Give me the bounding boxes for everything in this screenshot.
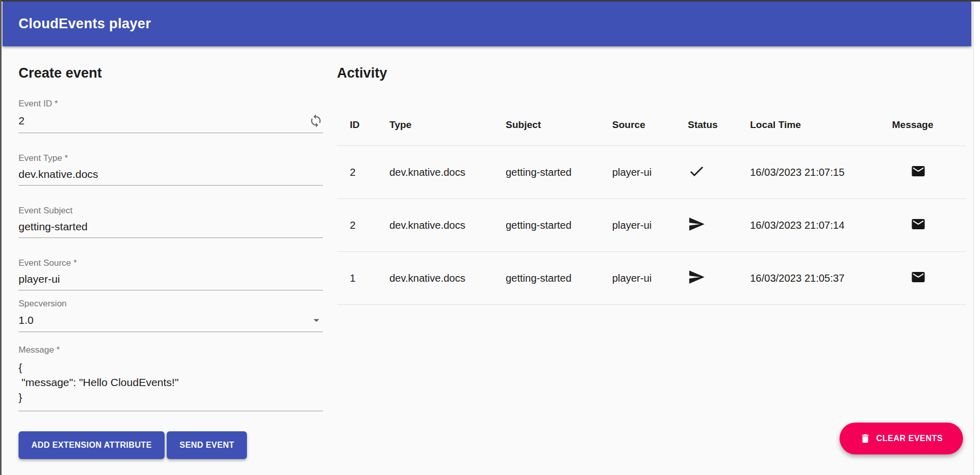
specversion-select[interactable]: 1.0 (19, 314, 323, 332)
specversion-label: Specversion (19, 299, 323, 309)
message-cell (892, 269, 966, 287)
window-edge-top (0, 0, 980, 2)
trash-icon (860, 433, 871, 444)
specversion-value: 1.0 (19, 314, 33, 326)
column-header-local-time: Local Time (750, 119, 892, 131)
column-header-status: Status (688, 119, 750, 131)
clear-events-button[interactable]: CLEAR EVENTS (840, 423, 963, 454)
create-event-panel: Create event Event ID * 2 Event Type * d… (19, 46, 323, 459)
event-subject-field: Event Subject getting-started (19, 206, 323, 238)
event-source-label: Event Source * (19, 258, 323, 268)
activity-panel: Activity ID Type Subject Source Status L… (337, 46, 966, 305)
event-id-field: Event ID * 2 (19, 99, 323, 133)
check-icon (688, 162, 705, 180)
main-content: Create event Event ID * 2 Event Type * d… (3, 46, 971, 475)
message-field: Message * { "message": "Hello CloudEvent… (19, 345, 323, 411)
message-cell (892, 216, 966, 234)
event-id-value: 2 (19, 115, 25, 127)
event-type-value: dev.knative.docs (19, 168, 98, 180)
row-type: dev.knative.docs (389, 272, 506, 284)
message-cell (892, 163, 966, 181)
event-source-value: player-ui (19, 273, 60, 285)
row-subject: getting-started (506, 220, 612, 231)
message-label: Message * (19, 345, 323, 355)
table-row[interactable]: 2 dev.knative.docs getting-started playe… (337, 199, 966, 252)
mail-icon[interactable] (911, 216, 926, 232)
row-local-time: 16/03/2023 21:07:15 (750, 167, 892, 178)
row-local-time: 16/03/2023 21:07:14 (750, 220, 892, 231)
form-actions: ADD EXTENSION ATTRIBUTE SEND EVENT (19, 431, 323, 459)
activity-table-header: ID Type Subject Source Status Local Time… (337, 99, 966, 146)
activity-heading: Activity (337, 65, 966, 81)
specversion-field: Specversion 1.0 (19, 299, 323, 332)
event-type-input[interactable]: dev.knative.docs (19, 168, 323, 186)
column-header-source: Source (612, 119, 688, 131)
status-cell (688, 268, 750, 288)
status-cell (688, 162, 750, 182)
app-title: CloudEvents player (19, 16, 151, 32)
table-row[interactable]: 1 dev.knative.docs getting-started playe… (337, 252, 966, 305)
event-id-label: Event ID * (19, 99, 323, 109)
event-subject-value: getting-started (19, 221, 87, 233)
row-source: player-ui (612, 272, 688, 284)
column-header-id: ID (337, 119, 389, 131)
event-subject-input[interactable]: getting-started (19, 221, 323, 238)
status-cell (688, 215, 750, 235)
row-id: 1 (337, 272, 389, 284)
loop-icon[interactable] (309, 114, 323, 128)
event-type-label: Event Type * (19, 153, 323, 163)
row-type: dev.knative.docs (389, 220, 506, 231)
add-extension-attribute-button[interactable]: ADD EXTENSION ATTRIBUTE (19, 431, 165, 459)
create-event-heading: Create event (19, 65, 323, 81)
event-source-field: Event Source * player-ui (19, 258, 323, 290)
send-event-button[interactable]: SEND EVENT (167, 431, 247, 459)
window-edge-left (0, 0, 2, 475)
column-header-subject: Subject (506, 119, 612, 131)
event-subject-label: Event Subject (19, 206, 323, 216)
message-textarea[interactable]: { "message": "Hello CloudEvents!" } (19, 360, 323, 411)
vertical-scrollbar[interactable] (973, 0, 980, 475)
column-header-message: Message (892, 119, 966, 131)
row-subject: getting-started (506, 272, 612, 284)
event-type-field: Event Type * dev.knative.docs (19, 153, 323, 186)
app-bar: CloudEvents player (3, 2, 971, 46)
event-source-input[interactable]: player-ui (19, 273, 323, 290)
row-type: dev.knative.docs (389, 167, 506, 178)
event-id-input[interactable]: 2 (19, 114, 323, 133)
row-subject: getting-started (506, 167, 612, 178)
mail-icon[interactable] (911, 163, 926, 179)
row-source: player-ui (612, 167, 688, 178)
row-id: 2 (337, 220, 389, 231)
send-icon (688, 215, 705, 233)
row-id: 2 (337, 167, 389, 178)
clear-events-label: CLEAR EVENTS (876, 434, 943, 443)
row-source: player-ui (612, 220, 688, 231)
table-row[interactable]: 2 dev.knative.docs getting-started playe… (337, 146, 966, 199)
mail-icon[interactable] (911, 269, 926, 285)
send-icon (688, 268, 705, 286)
column-header-type: Type (389, 119, 506, 131)
row-local-time: 16/03/2023 21:05:37 (750, 272, 892, 284)
dropdown-arrow-icon[interactable] (310, 314, 323, 327)
